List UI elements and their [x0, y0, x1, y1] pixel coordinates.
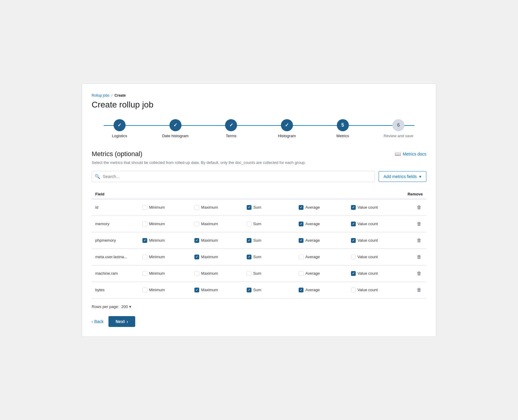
checkbox-sum-2[interactable]: [247, 238, 251, 243]
cell-average-1[interactable]: Average: [295, 216, 347, 232]
checkbox-value_count-1[interactable]: [351, 222, 356, 226]
checkbox-maximum-4[interactable]: [194, 271, 199, 276]
checkbox-minimum-4[interactable]: [142, 271, 147, 276]
step-review-save[interactable]: 6 Review and save: [370, 119, 426, 138]
cell-value_count-5[interactable]: Value count: [347, 282, 399, 298]
step-date-histogram[interactable]: Date histogram: [148, 119, 203, 138]
label-maximum-1: Maximum: [201, 222, 218, 226]
label-minimum-2: Minimum: [149, 238, 165, 243]
checkbox-value_count-3[interactable]: [351, 255, 356, 259]
step-terms[interactable]: Terms: [203, 119, 259, 138]
cell-sum-1[interactable]: Sum: [243, 216, 295, 232]
cell-maximum-0[interactable]: Maximum: [191, 199, 243, 216]
delete-button-2[interactable]: 🗑: [416, 237, 423, 244]
breadcrumb-parent[interactable]: Rollup jobs: [92, 93, 109, 98]
checkbox-maximum-0[interactable]: [194, 205, 199, 210]
cell-sum-3[interactable]: Sum: [243, 249, 295, 265]
label-value_count-1: Value count: [358, 222, 378, 226]
checkbox-value_count-2[interactable]: [351, 238, 356, 243]
label-maximum-4: Maximum: [201, 271, 218, 276]
add-metrics-label: Add metrics fields: [384, 174, 417, 179]
checkbox-maximum-2[interactable]: [194, 238, 199, 243]
cell-minimum-2[interactable]: Minimum: [139, 232, 191, 249]
step-circle-date-histogram: [169, 119, 181, 131]
cell-value_count-0[interactable]: Value count: [347, 199, 399, 216]
delete-button-1[interactable]: 🗑: [416, 220, 423, 228]
checkbox-average-2[interactable]: [299, 238, 303, 243]
checkbox-minimum-1[interactable]: [142, 222, 147, 226]
cell-minimum-0[interactable]: Minimum: [139, 199, 191, 216]
search-input-wrap: 🔍: [92, 171, 375, 182]
step-circle-metrics: 5: [337, 119, 349, 131]
checkbox-sum-0[interactable]: [247, 205, 251, 210]
cell-minimum-5[interactable]: Minimum: [139, 282, 191, 298]
cell-maximum-1[interactable]: Maximum: [191, 216, 243, 232]
label-minimum-0: Minimum: [149, 205, 165, 210]
checkbox-value_count-4[interactable]: [351, 271, 356, 276]
checkbox-minimum-3[interactable]: [142, 255, 147, 259]
checkbox-maximum-3[interactable]: [194, 255, 199, 259]
next-label: Next: [116, 319, 125, 324]
cell-maximum-4[interactable]: Maximum: [191, 265, 243, 282]
label-sum-1: Sum: [253, 222, 261, 226]
delete-cell-0: 🗑: [399, 199, 426, 216]
back-button[interactable]: ‹ Back: [92, 319, 104, 324]
search-input[interactable]: [92, 171, 375, 182]
checkbox-minimum-0[interactable]: [142, 205, 147, 210]
checkbox-maximum-1[interactable]: [194, 222, 199, 226]
step-circle-terms: [225, 119, 237, 131]
label-value_count-5: Value count: [358, 288, 378, 292]
checkbox-sum-3[interactable]: [247, 255, 251, 259]
checkbox-value_count-0[interactable]: [351, 205, 356, 210]
cell-average-5[interactable]: Average: [295, 282, 347, 298]
table-row: bytesMinimumMaximumSumAverageValue count…: [92, 282, 426, 298]
cell-sum-0[interactable]: Sum: [243, 199, 295, 216]
cell-maximum-5[interactable]: Maximum: [191, 282, 243, 298]
cell-sum-5[interactable]: Sum: [243, 282, 295, 298]
cell-average-0[interactable]: Average: [295, 199, 347, 216]
cell-value_count-2[interactable]: Value count: [347, 232, 399, 249]
step-metrics[interactable]: 5 Metrics: [315, 119, 371, 138]
checkbox-sum-4[interactable]: [247, 271, 251, 276]
field-name-3: meta.user.lastna...: [92, 249, 139, 265]
cell-minimum-4[interactable]: Minimum: [139, 265, 191, 282]
delete-button-5[interactable]: 🗑: [416, 286, 423, 294]
cell-minimum-1[interactable]: Minimum: [139, 216, 191, 232]
cell-value_count-1[interactable]: Value count: [347, 216, 399, 232]
checkbox-average-4[interactable]: [299, 271, 303, 276]
cell-value_count-4[interactable]: Value count: [347, 265, 399, 282]
cell-sum-4[interactable]: Sum: [243, 265, 295, 282]
cell-average-3[interactable]: Average: [295, 249, 347, 265]
checkbox-average-0[interactable]: [299, 205, 303, 210]
delete-button-0[interactable]: 🗑: [416, 204, 423, 211]
metrics-docs-link[interactable]: 📖 Metrics docs: [395, 151, 426, 157]
checkbox-average-3[interactable]: [299, 255, 303, 259]
step-logistics[interactable]: Logistics: [92, 119, 148, 138]
cell-sum-2[interactable]: Sum: [243, 232, 295, 249]
checkbox-minimum-2[interactable]: [142, 238, 147, 243]
step-histogram[interactable]: Histogram: [259, 119, 315, 138]
label-sum-4: Sum: [253, 271, 261, 276]
cell-value_count-3[interactable]: Value count: [347, 249, 399, 265]
delete-button-3[interactable]: 🗑: [416, 253, 423, 261]
label-value_count-4: Value count: [358, 271, 378, 276]
section-description: Select the metrics that should be collec…: [92, 160, 426, 165]
checkbox-sum-5[interactable]: [247, 288, 251, 292]
cell-maximum-3[interactable]: Maximum: [191, 249, 243, 265]
checkbox-average-5[interactable]: [299, 288, 303, 292]
rows-per-page-dropdown[interactable]: 200 ▾: [121, 304, 131, 309]
delete-button-4[interactable]: 🗑: [416, 270, 423, 277]
cell-maximum-2[interactable]: Maximum: [191, 232, 243, 249]
checkbox-average-1[interactable]: [299, 222, 303, 226]
next-button[interactable]: Next ›: [108, 316, 135, 327]
cell-average-2[interactable]: Average: [295, 232, 347, 249]
table-row: machine.ramMinimumMaximumSumAverageValue…: [92, 265, 426, 282]
cell-minimum-3[interactable]: Minimum: [139, 249, 191, 265]
checkbox-maximum-5[interactable]: [194, 288, 199, 292]
label-average-3: Average: [305, 255, 320, 259]
checkbox-sum-1[interactable]: [247, 222, 251, 226]
checkbox-value_count-5[interactable]: [351, 288, 356, 292]
cell-average-4[interactable]: Average: [295, 265, 347, 282]
checkbox-minimum-5[interactable]: [142, 288, 147, 292]
add-metrics-button[interactable]: Add metrics fields ▾: [379, 171, 426, 182]
